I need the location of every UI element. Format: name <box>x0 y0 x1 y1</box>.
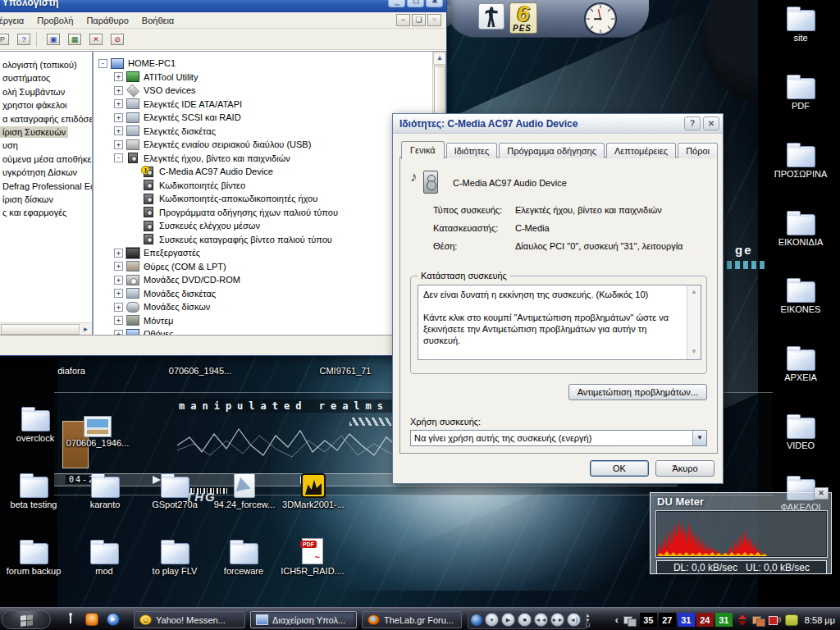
tab-Πρόγραμμα οδήγησης[interactable]: Πρόγραμμα οδήγησης <box>499 143 605 158</box>
collapse-icon[interactable]: - <box>114 153 123 162</box>
console-tree-item[interactable]: α καταγραφής επιδόσε <box>0 112 92 126</box>
desktop-icon-ΕΙΚΟΝΙΔΙΑ[interactable]: ΕΙΚΟΝΙΔΙΑ <box>769 209 833 248</box>
desktop-icon-94.24_forcew...[interactable]: 94.24_forcew... <box>212 472 276 510</box>
menu-item-Βοήθεια[interactable]: Βοήθεια <box>135 14 180 27</box>
scroll-up-arrow[interactable]: ▲ <box>687 286 701 299</box>
play-icon[interactable]: ▶ <box>501 613 515 627</box>
prev-icon[interactable]: ◄◄ <box>534 613 548 627</box>
console-tree-item[interactable]: ς και εφαρμογές <box>0 206 92 219</box>
expand-icon[interactable]: + <box>114 303 123 312</box>
desktop-icon-ICH5R_RAID....[interactable]: PDF~ICH5R_RAID.... <box>281 538 345 577</box>
uninstall-device-icon[interactable]: ⊘ <box>108 31 126 48</box>
quick-launch-media-player-icon[interactable]: ▶ <box>107 613 120 626</box>
expand-icon[interactable]: + <box>114 126 123 135</box>
tab-Γενικά[interactable]: Γενικά <box>401 141 445 159</box>
close-icon[interactable]: ✕ <box>814 487 829 500</box>
desktop-icon-karanto[interactable]: karanto <box>73 472 137 510</box>
collapse-icon[interactable]: - <box>98 59 107 68</box>
scroll-right-arrow[interactable]: ► <box>79 323 92 336</box>
desktop-icon-ΑΡΧΕΙΑ[interactable]: ΑΡΧΕΙΑ <box>769 345 833 383</box>
desktop-icon-site[interactable]: site <box>769 5 833 43</box>
volume-tray-icon[interactable] <box>769 614 782 626</box>
tree-item[interactable]: +ATITool Utility <box>95 71 445 84</box>
minimize-button[interactable]: _ <box>388 0 405 7</box>
desktop-icon-forceware[interactable]: forceware <box>212 538 276 577</box>
expand-icon[interactable]: + <box>114 99 123 108</box>
desktop-icon-EIKONES[interactable]: EIKONES <box>769 276 833 315</box>
counter-strike-icon[interactable] <box>478 3 504 30</box>
help-icon[interactable]: ? <box>684 116 701 130</box>
expand-icon[interactable]: + <box>114 140 123 149</box>
console-tree-item[interactable]: Defrag Professional Edi <box>0 180 92 193</box>
desktop-icon-overclock[interactable]: overclock <box>3 405 67 444</box>
start-button[interactable] <box>2 610 51 629</box>
network-tray-icon[interactable] <box>623 614 637 626</box>
du-meter-window[interactable]: DU Meter ✕ DL: 0,0 kB/sec UL: 0,0 kB/sec <box>650 492 832 574</box>
desktop-icon-to play FLV[interactable]: to play FLV <box>143 538 207 577</box>
expand-icon[interactable]: + <box>114 113 123 122</box>
dialog-titlebar[interactable]: Ιδιότητες: C-Media AC97 Audio Device ? ✕ <box>393 114 723 134</box>
quick-launch-messenger-icon[interactable] <box>64 613 77 626</box>
mdi-close-button[interactable]: × <box>427 14 441 26</box>
tray-monitor-badge-4[interactable]: 24 <box>696 613 714 627</box>
horizontal-scrollbar[interactable]: ► <box>0 322 92 335</box>
console-tree-item[interactable]: ίριση Συσκευών <box>0 126 92 139</box>
help-icon[interactable]: ? <box>15 31 33 48</box>
desktop-icon-beta testing[interactable]: beta testing <box>2 472 66 510</box>
pes6-icon[interactable]: 6 PES <box>509 2 537 34</box>
tab-Πόροι[interactable]: Πόροι <box>678 143 718 158</box>
window-titlebar[interactable]: Διαχείριση Υπολογιστή _ □ × <box>0 0 446 12</box>
computer-icon[interactable]: ▣ <box>44 31 62 48</box>
taskbar-button-3[interactable]: TheLab.gr Foru... <box>362 611 462 628</box>
desktop-icon-070606_1946...[interactable]: 070606_1946... <box>66 410 130 449</box>
desktop-icon-diafora[interactable]: diafora <box>39 364 103 377</box>
expand-icon[interactable]: + <box>114 249 123 258</box>
tray-monitor-badge-3[interactable]: 31 <box>678 613 695 627</box>
ok-button[interactable]: OK <box>590 460 649 477</box>
maximize-button[interactable]: □ <box>407 0 424 7</box>
tray-monitor-badge-1[interactable]: 35 <box>640 613 657 627</box>
toolbar-expand-icon[interactable]: ▲▼❏ <box>583 613 592 628</box>
analog-clock-widget[interactable] <box>583 2 618 36</box>
chevron-down-icon[interactable]: ▼ <box>692 431 706 445</box>
desktop-icon-forum backup[interactable]: forum backup <box>2 538 66 577</box>
menu-icon[interactable]: ▾ <box>485 613 499 627</box>
du-meter-tray-icon[interactable] <box>736 614 749 626</box>
expand-icon[interactable]: + <box>114 316 123 325</box>
device-usage-dropdown[interactable]: Να γίνει χρήση αυτής της συσκευής (ενεργ… <box>410 430 707 446</box>
expand-icon[interactable]: + <box>114 289 123 298</box>
menu-item-Ενέργεια[interactable]: Ενέργεια <box>0 14 30 27</box>
stop-icon[interactable]: ■ <box>518 613 532 627</box>
tab-Ιδιότητες[interactable]: Ιδιότητες <box>446 143 498 158</box>
mdi-restore-button[interactable]: ❏ <box>412 14 426 26</box>
desktop-icon-VIDEO[interactable]: VIDEO <box>769 413 833 451</box>
media-player-icon[interactable] <box>471 614 482 626</box>
close-icon[interactable]: ✕ <box>703 116 719 130</box>
tree-item[interactable]: +Ελεγκτές IDE ATA/ATAPI <box>95 98 445 112</box>
status-scrollbar[interactable]: ▲ ▼ <box>687 285 701 359</box>
tree-item[interactable]: +VSO devices <box>95 84 445 98</box>
desktop-icon-GSpot270a[interactable]: GSpot270a <box>143 472 207 510</box>
disable-device-icon[interactable]: ✕ <box>87 31 105 48</box>
messenger-tray-icon[interactable] <box>785 614 798 626</box>
troubleshoot-button[interactable]: Αντιμετώπιση προβλημάτων... <box>568 384 707 400</box>
tray-collapse-icon[interactable]: ‹ <box>614 614 620 626</box>
scroll-up-arrow[interactable]: ▲ <box>433 52 446 65</box>
console-tree-item[interactable]: ολογιστή (τοπικού) <box>0 58 92 71</box>
desktop-icon-mod[interactable]: mod <box>72 538 136 577</box>
scroll-down-arrow[interactable]: ▼ <box>687 346 701 358</box>
taskbar-clock[interactable]: 8:58 μμ <box>801 615 838 625</box>
console-tree-item[interactable]: ούμενα μέσα αποθήκε <box>0 153 92 166</box>
cancel-button[interactable]: Άκυρο <box>655 460 714 477</box>
scrollbar-thumb[interactable] <box>1 324 80 335</box>
taskbar-button-1[interactable]: ☺Yahoo! Messen... <box>134 611 245 628</box>
expand-icon[interactable]: + <box>114 72 123 81</box>
desktop-icon-070606_1945...[interactable]: 070606_1945... <box>168 364 232 377</box>
taskbar-button-2[interactable]: Διαχείριση Υπολ... <box>250 611 357 628</box>
tray-monitor-badge-5[interactable]: 31 <box>715 613 733 627</box>
menu-item-Προβολή[interactable]: Προβολή <box>30 14 80 27</box>
expand-icon[interactable]: + <box>114 330 123 336</box>
expand-icon[interactable]: + <box>114 262 123 271</box>
menu-item-Παράθυρο[interactable]: Παράθυρο <box>80 14 135 27</box>
console-tree-item[interactable]: χρηστοι φάκελοι <box>0 98 92 112</box>
